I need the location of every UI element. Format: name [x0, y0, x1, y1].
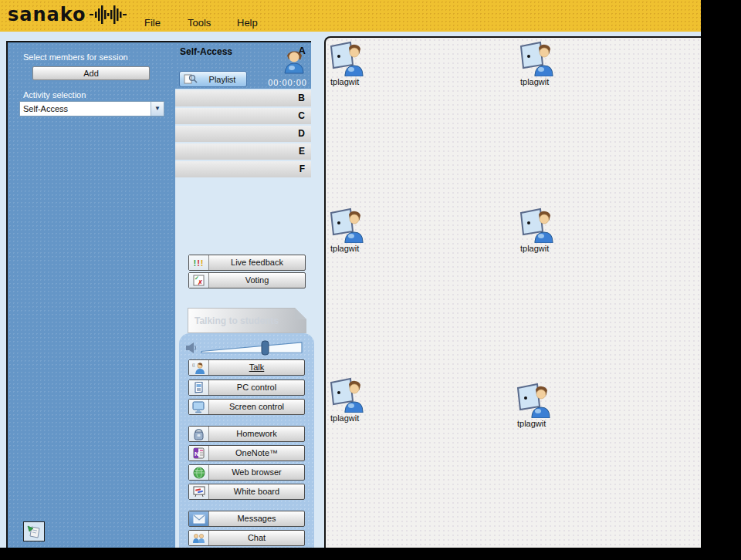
menu-help[interactable]: Help: [237, 17, 258, 29]
session-memo-button[interactable]: [23, 521, 45, 541]
chat-button[interactable]: Chat: [188, 530, 305, 546]
pc-control-label: PC control: [209, 380, 304, 395]
memo-icon: [26, 525, 42, 538]
app-window: sanako File Tools Help: [0, 0, 701, 548]
status-note-text: Talking to students: [195, 315, 279, 326]
talk-icon: ((: [189, 360, 209, 375]
homework-label: Homework: [209, 427, 304, 441]
logo-text: sanako: [8, 4, 86, 25]
talk-label: Talk: [209, 360, 304, 375]
student-name: tplagwit: [329, 244, 391, 253]
messages-icon: [189, 511, 209, 526]
screen-control-icon: [189, 400, 209, 414]
student-tile[interactable]: tplagwit: [516, 383, 577, 428]
student-icon: [329, 207, 364, 243]
student-icon: [329, 41, 364, 76]
speaker-icon: [185, 341, 198, 355]
web-browser-icon: [189, 465, 209, 480]
session-row-f[interactable]: F: [175, 161, 311, 177]
student-tile[interactable]: tplagwit: [329, 41, 391, 86]
waveform-icon: [90, 5, 133, 25]
sanako-logo: sanako: [8, 4, 133, 25]
screen-control-button[interactable]: Screen control: [188, 399, 305, 415]
chat-label: Chat: [209, 531, 304, 545]
playlist-icon: [183, 73, 198, 85]
student-icon: [519, 207, 554, 243]
playlist-button-label: Playlist: [198, 75, 246, 84]
student-tile[interactable]: tplagwit: [329, 207, 391, 253]
session-setup-panel: Select members for session Add Activity …: [6, 41, 175, 548]
messages-button[interactable]: Messages: [188, 511, 305, 527]
voting-button[interactable]: ✓ ✗ Voting: [188, 272, 306, 288]
student-tile[interactable]: tplagwit: [329, 377, 391, 423]
web-browser-label: Web browser: [209, 465, 304, 480]
student-icon: [329, 377, 364, 413]
activity-select-value: Self-Access: [20, 104, 151, 113]
white-board-button[interactable]: White board: [188, 484, 305, 500]
voting-icon: ✓ ✗: [189, 273, 209, 288]
student-tile[interactable]: tplagwit: [519, 41, 580, 86]
web-browser-button[interactable]: Web browser: [188, 464, 305, 481]
classroom-view: tplagwit tplagwit tplagwit tplagwit tpla…: [324, 36, 701, 548]
voting-label: Voting: [209, 273, 305, 288]
session-timer: 00:00:00: [268, 78, 307, 87]
white-board-icon: [189, 484, 209, 499]
student-icon: [516, 383, 551, 418]
student-name: tplagwit: [329, 77, 391, 86]
screen-control-label: Screen control: [209, 400, 304, 414]
white-board-label: White board: [209, 484, 304, 499]
onenote-button[interactable]: N OneNote™: [188, 445, 305, 461]
homework-icon: [189, 427, 209, 441]
teacher-avatar-icon: [283, 48, 306, 74]
control-panel: (( Talk PC control: [179, 333, 314, 548]
svg-text:✗: ✗: [198, 279, 203, 286]
chevron-down-icon[interactable]: ▼: [151, 102, 164, 116]
title-bar: sanako File Tools Help: [0, 0, 701, 32]
activity-select[interactable]: Self-Access ▼: [19, 101, 164, 116]
messages-label: Messages: [209, 511, 304, 526]
activity-selection-label: Activity selection: [23, 90, 86, 100]
session-row-a[interactable]: Self-Access A Playlist 00:00:00: [175, 41, 311, 89]
pc-control-button[interactable]: PC control: [188, 380, 305, 396]
svg-text:((: ((: [192, 363, 195, 367]
note-fold-icon: [295, 308, 306, 319]
menu-tools[interactable]: Tools: [188, 17, 211, 29]
volume-handle[interactable]: [262, 341, 269, 355]
screen: sanako File Tools Help: [0, 0, 741, 560]
status-note: Talking to students: [188, 308, 306, 333]
session-row-b[interactable]: B: [175, 90, 311, 106]
svg-text:N: N: [195, 450, 199, 457]
live-feedback-button[interactable]: !!! Live feedback: [188, 255, 306, 271]
pc-control-icon: [189, 380, 209, 395]
live-feedback-icon: !!!: [189, 255, 209, 270]
menu-file[interactable]: File: [144, 17, 161, 29]
session-row-d[interactable]: D: [175, 126, 311, 142]
session-row-c[interactable]: C: [175, 108, 311, 124]
session-row-e[interactable]: E: [175, 143, 311, 160]
live-feedback-label: Live feedback: [209, 255, 305, 270]
talk-button[interactable]: (( Talk: [188, 359, 305, 376]
student-name: tplagwit: [519, 244, 580, 253]
student-icon: [519, 41, 554, 76]
volume-slider[interactable]: [200, 339, 305, 356]
student-name: tplagwit: [519, 77, 580, 86]
select-members-label: Select members for session: [23, 52, 128, 62]
student-name: tplagwit: [329, 413, 391, 423]
add-button[interactable]: Add: [32, 66, 150, 80]
student-tile[interactable]: tplagwit: [519, 207, 580, 253]
onenote-label: OneNote™: [209, 446, 304, 460]
session-title: Self-Access: [180, 46, 232, 57]
onenote-icon: N: [189, 446, 209, 460]
student-name: tplagwit: [516, 419, 577, 428]
chat-icon: [189, 531, 209, 545]
homework-button[interactable]: Homework: [188, 426, 305, 442]
playlist-button[interactable]: Playlist: [179, 71, 247, 87]
